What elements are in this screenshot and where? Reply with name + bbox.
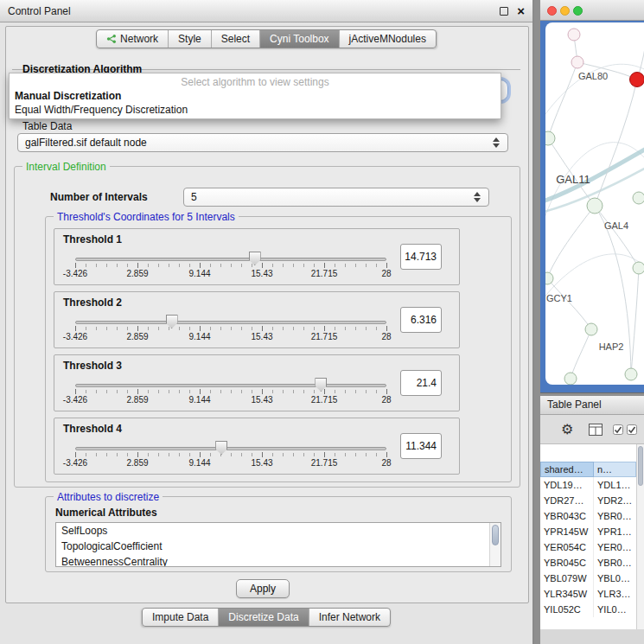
tick-label: 21.715 xyxy=(311,332,338,341)
table-cell[interactable]: YER0… xyxy=(594,539,633,555)
table-cell[interactable]: YPR145W xyxy=(540,524,594,539)
minimize-traffic-light-icon[interactable] xyxy=(560,6,570,16)
threshold-2-slider[interactable]: -3.426 2.859 9.144 15.43 21.715 28 xyxy=(75,313,386,346)
slider-track[interactable] xyxy=(75,447,386,450)
network-node[interactable] xyxy=(633,192,644,204)
table-cell[interactable]: YDL19… xyxy=(540,477,594,493)
network-node[interactable] xyxy=(587,198,603,214)
close-traffic-light-icon[interactable] xyxy=(547,6,557,16)
table-row[interactable]: YER054CYER0… xyxy=(540,539,636,555)
select-all-checkbox-icon[interactable] xyxy=(613,424,623,435)
threshold-2-value-field[interactable]: 6.316 xyxy=(400,307,442,333)
list-item[interactable]: TopologicalCoefficient xyxy=(56,539,501,554)
table-row[interactable]: YBL079WYBL0… xyxy=(540,571,636,586)
slider-major-tick: 28 xyxy=(386,326,387,331)
table-row[interactable]: YBR043CYBR0… xyxy=(540,508,636,524)
table-cell[interactable]: YBR0… xyxy=(594,555,633,571)
select-none-checkbox-icon[interactable] xyxy=(627,424,637,435)
tab-network[interactable]: Network xyxy=(97,30,169,48)
network-node[interactable] xyxy=(564,373,577,385)
tick-label: 9.144 xyxy=(188,332,210,341)
network-node[interactable] xyxy=(545,131,555,145)
network-graph[interactable]: GAL80 GAL11 GAL4 GCY1 HAP2 xyxy=(545,22,644,385)
tab-cyni-toolbox[interactable]: Cyni Toolbox xyxy=(260,30,339,48)
tab-select[interactable]: Select xyxy=(212,30,260,48)
table-scrollbar-thumb[interactable] xyxy=(638,446,643,486)
column-header-shared-name[interactable]: shared… xyxy=(540,462,594,477)
table-panel-titlebar[interactable]: Table Panel xyxy=(540,396,644,415)
threshold-1-slider[interactable]: -3.426 2.859 9.144 15.43 21.715 28 xyxy=(75,250,386,283)
threshold-4-slider[interactable]: -3.426 2.859 9.144 15.43 21.715 28 xyxy=(75,439,386,472)
tab-style[interactable]: Style xyxy=(169,30,212,48)
number-of-intervals-combo[interactable]: 5 xyxy=(183,188,489,207)
table-row[interactable]: YDR27…YDR2… xyxy=(540,493,636,508)
network-node[interactable] xyxy=(571,56,583,68)
network-window-titlebar[interactable] xyxy=(540,0,644,21)
control-panel-window: Control Panel × Network Style Select Cyn… xyxy=(0,0,534,644)
threshold-3-slider[interactable]: -3.426 2.859 9.144 15.43 21.715 28 xyxy=(75,376,386,409)
table-row[interactable]: YIL052CYIL0… xyxy=(540,602,636,617)
network-canvas[interactable]: GAL80 GAL11 GAL4 GCY1 HAP2 xyxy=(545,22,644,385)
table-cell[interactable]: YLR345W xyxy=(540,586,594,602)
network-node-selected[interactable] xyxy=(630,73,644,87)
tick-label: -3.426 xyxy=(63,395,87,405)
table-cell[interactable]: YBL0… xyxy=(594,571,633,586)
tick-label: 28 xyxy=(381,458,391,468)
combo-arrows-icon xyxy=(471,192,483,202)
list-item[interactable]: SelfLoops xyxy=(56,523,501,539)
threshold-1-value-field[interactable]: 14.713 xyxy=(400,244,442,270)
tab-infer-network[interactable]: Infer Network xyxy=(309,609,390,626)
tick-label: 15.43 xyxy=(251,458,272,468)
table-cell[interactable]: YDR27… xyxy=(540,493,594,508)
table-data-combo[interactable]: galFiltered.sif default node xyxy=(17,133,508,152)
table-cell[interactable]: YBR045C xyxy=(540,555,594,571)
tab-impute-data[interactable]: Impute Data xyxy=(143,609,219,626)
table-cell[interactable]: YBL079W xyxy=(540,571,594,586)
tab-infer-network-label: Infer Network xyxy=(319,611,380,623)
column-selector-icon[interactable] xyxy=(589,424,603,436)
table-cell[interactable]: YER054C xyxy=(540,539,594,555)
list-scrollbar[interactable] xyxy=(489,523,501,566)
table-cell[interactable]: YIL052C xyxy=(540,602,594,617)
table-row[interactable]: YLR345WYLR3… xyxy=(540,586,636,602)
apply-button[interactable]: Apply xyxy=(236,579,290,598)
slider-track[interactable] xyxy=(75,258,386,261)
list-scrollbar-thumb[interactable] xyxy=(492,525,499,545)
settings-gear-icon[interactable]: ⚙ xyxy=(561,421,573,437)
table-row[interactable]: YDL19…YDL1… xyxy=(540,477,636,493)
table-cell[interactable]: YBR043C xyxy=(540,508,594,524)
node-label-gcy1: GCY1 xyxy=(546,293,572,303)
table-row[interactable]: YPR145WYPR1… xyxy=(540,524,636,539)
slider-track[interactable] xyxy=(75,321,386,324)
dropdown-option-equal-width-frequency[interactable]: Equal Width/Frequency Discretization xyxy=(10,103,501,117)
slider-major-tick: 28 xyxy=(386,263,387,268)
tab-jactivemnodules-label: jActiveMNodules xyxy=(349,33,426,45)
table-cell[interactable]: YIL0… xyxy=(594,602,633,617)
table-scrollbar[interactable] xyxy=(636,444,644,629)
table-cell[interactable]: YDR2… xyxy=(594,493,633,508)
dropdown-option-manual-discretization[interactable]: Manual Discretization xyxy=(10,89,501,103)
slider-track[interactable] xyxy=(75,384,386,387)
numerical-attributes-list[interactable]: SelfLoops TopologicalCoefficient Between… xyxy=(55,522,501,567)
network-node[interactable] xyxy=(545,272,553,284)
zoom-traffic-light-icon[interactable] xyxy=(573,6,583,16)
float-window-icon[interactable] xyxy=(500,7,508,16)
tick-label: 21.715 xyxy=(311,269,338,278)
network-node[interactable] xyxy=(633,262,644,274)
table-cell[interactable]: YBR0… xyxy=(594,508,633,524)
network-node[interactable] xyxy=(625,368,637,380)
network-node[interactable] xyxy=(585,323,597,335)
table-cell[interactable]: YLR3… xyxy=(594,586,633,602)
list-item[interactable]: BetweennessCentrality xyxy=(56,554,501,567)
close-window-icon[interactable]: × xyxy=(517,4,525,17)
control-panel-titlebar[interactable]: Control Panel × xyxy=(0,0,532,22)
tab-jactivemnodules[interactable]: jActiveMNodules xyxy=(340,30,436,48)
table-cell[interactable]: YPR1… xyxy=(594,524,633,539)
threshold-4-value-field[interactable]: 11.344 xyxy=(400,433,442,459)
network-node[interactable] xyxy=(568,29,580,41)
column-header-name[interactable]: n… xyxy=(594,462,636,477)
table-cell[interactable]: YDL1… xyxy=(594,477,633,493)
table-row[interactable]: YBR045CYBR0… xyxy=(540,555,636,571)
tab-discretize-data[interactable]: Discretize Data xyxy=(219,609,309,626)
threshold-3-value-field[interactable]: 21.4 xyxy=(400,370,442,396)
